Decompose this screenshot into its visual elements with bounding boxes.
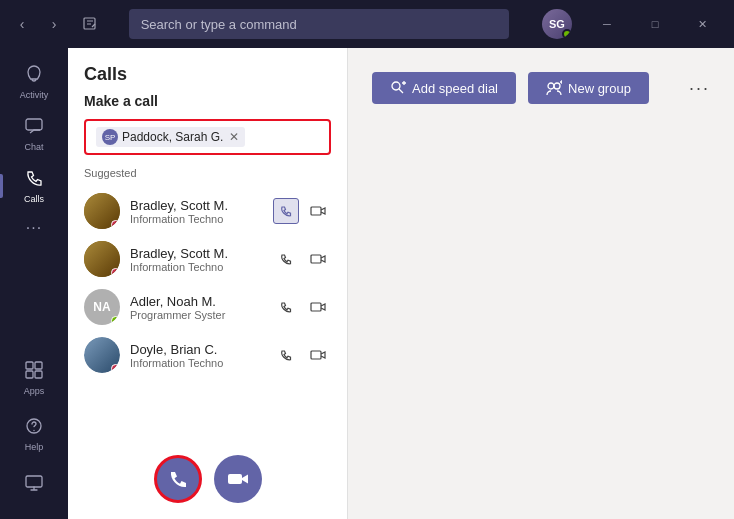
dial-video-button[interactable] bbox=[214, 455, 262, 503]
contact-status-dot bbox=[111, 316, 120, 325]
contact-name-noah: Adler, Noah M. bbox=[130, 294, 263, 309]
main-layout: Activity Chat Calls ··· bbox=[0, 48, 734, 519]
contact-item-doyle: Doyle, Brian C. Information Techno bbox=[84, 331, 331, 379]
device-icon bbox=[24, 472, 44, 495]
phone-call-button-scott2[interactable] bbox=[273, 246, 299, 272]
contact-item-scott1: Bradley, Scott M. Information Techno bbox=[84, 187, 331, 235]
maximize-button[interactable]: □ bbox=[632, 9, 678, 39]
chat-label: Chat bbox=[24, 142, 43, 152]
titlebar: ‹ › Search or type a command SG ─ □ ✕ bbox=[0, 0, 734, 48]
suggested-label: Suggested bbox=[84, 167, 331, 179]
avatar-area: SG bbox=[542, 9, 572, 39]
svg-rect-11 bbox=[311, 303, 321, 311]
contact-info-doyle: Doyle, Brian C. Information Techno bbox=[130, 342, 263, 369]
minimize-button[interactable]: ─ bbox=[584, 9, 630, 39]
svg-rect-13 bbox=[228, 474, 242, 484]
phone-call-button-scott1[interactable] bbox=[273, 198, 299, 224]
more-options-label: ··· bbox=[689, 78, 710, 99]
svg-point-7 bbox=[33, 430, 34, 431]
apps-icon bbox=[24, 360, 44, 383]
calls-icon bbox=[24, 168, 44, 191]
contact-name-doyle: Doyle, Brian C. bbox=[130, 342, 263, 357]
contact-role-doyle: Information Techno bbox=[130, 357, 263, 369]
apps-label: Apps bbox=[24, 386, 45, 396]
contact-role-scott2: Information Techno bbox=[130, 261, 263, 273]
video-call-button-noah[interactable] bbox=[305, 294, 331, 320]
sidebar-item-apps[interactable]: Apps bbox=[0, 352, 68, 404]
make-call-title: Make a call bbox=[84, 93, 331, 109]
contact-avatar-scott1 bbox=[84, 193, 120, 229]
close-button[interactable]: ✕ bbox=[680, 9, 726, 39]
svg-rect-5 bbox=[35, 371, 42, 378]
contact-info-scott1: Bradley, Scott M. Information Techno bbox=[130, 198, 263, 225]
tag-close-button[interactable]: ✕ bbox=[229, 130, 239, 144]
user-avatar[interactable]: SG bbox=[542, 9, 572, 39]
contact-info-scott2: Bradley, Scott M. Information Techno bbox=[130, 246, 263, 273]
contact-actions-scott2 bbox=[273, 246, 331, 272]
svg-rect-9 bbox=[311, 207, 321, 215]
contact-name-scott2: Bradley, Scott M. bbox=[130, 246, 263, 261]
tag-name: Paddock, Sarah G. bbox=[122, 130, 223, 144]
contact-info-noah: Adler, Noah M. Programmer Syster bbox=[130, 294, 263, 321]
svg-point-14 bbox=[392, 82, 400, 90]
video-call-button-scott2[interactable] bbox=[305, 246, 331, 272]
svg-rect-12 bbox=[311, 351, 321, 359]
call-input-tag: SP Paddock, Sarah G. ✕ bbox=[96, 127, 245, 147]
contact-item-noah: NA Adler, Noah M. Programmer Syster bbox=[84, 283, 331, 331]
more-icon: ··· bbox=[26, 220, 42, 236]
help-label: Help bbox=[25, 442, 44, 452]
back-button[interactable]: ‹ bbox=[8, 10, 36, 38]
contact-avatar-scott2 bbox=[84, 241, 120, 277]
calls-panel: Calls Make a call SP Paddock, Sarah G. ✕… bbox=[68, 48, 348, 519]
new-group-label: New group bbox=[568, 81, 631, 96]
window-controls: ─ □ ✕ bbox=[584, 9, 726, 39]
calls-panel-header: Calls bbox=[68, 48, 347, 93]
video-call-button-scott1[interactable] bbox=[305, 198, 331, 224]
add-speed-dial-button[interactable]: Add speed dial bbox=[372, 72, 516, 104]
sidebar-item-chat[interactable]: Chat bbox=[0, 108, 68, 160]
contact-role-scott1: Information Techno bbox=[130, 213, 263, 225]
more-options-button[interactable]: ··· bbox=[689, 72, 710, 104]
add-speed-dial-label: Add speed dial bbox=[412, 81, 498, 96]
tag-initials: SP bbox=[102, 129, 118, 145]
contact-status-dot bbox=[111, 268, 120, 277]
svg-rect-10 bbox=[311, 255, 321, 263]
titlebar-nav: ‹ › bbox=[8, 10, 68, 38]
svg-rect-4 bbox=[26, 371, 33, 378]
sidebar-item-activity[interactable]: Activity bbox=[0, 56, 68, 108]
call-input-box[interactable]: SP Paddock, Sarah G. ✕ bbox=[84, 119, 331, 155]
compose-button[interactable] bbox=[76, 10, 104, 38]
video-call-button-doyle[interactable] bbox=[305, 342, 331, 368]
avatar-status-dot bbox=[562, 29, 572, 39]
svg-rect-3 bbox=[35, 362, 42, 369]
suggested-section: Suggested Bradley, Scott M. Information … bbox=[68, 167, 347, 379]
svg-rect-8 bbox=[26, 476, 42, 487]
contact-name-scott1: Bradley, Scott M. bbox=[130, 198, 263, 213]
main-content: Add speed dial New group ··· bbox=[348, 48, 734, 519]
search-bar[interactable]: Search or type a command bbox=[129, 9, 509, 39]
sidebar-item-device[interactable] bbox=[0, 464, 68, 503]
calls-label: Calls bbox=[24, 194, 44, 204]
contact-actions-doyle bbox=[273, 342, 331, 368]
sidebar-item-calls[interactable]: Calls bbox=[0, 160, 68, 212]
sidebar-bottom: Apps Help bbox=[0, 352, 68, 511]
contact-actions-scott1 bbox=[273, 198, 331, 224]
make-call-section: Make a call SP Paddock, Sarah G. ✕ bbox=[68, 93, 347, 167]
forward-button[interactable]: › bbox=[40, 10, 68, 38]
new-group-button[interactable]: New group bbox=[528, 72, 649, 104]
sidebar-item-help[interactable]: Help bbox=[0, 408, 68, 460]
contact-role-noah: Programmer Syster bbox=[130, 309, 263, 321]
phone-call-button-noah[interactable] bbox=[273, 294, 299, 320]
phone-call-button-doyle[interactable] bbox=[273, 342, 299, 368]
activity-icon bbox=[24, 64, 44, 87]
contact-item-scott2: Bradley, Scott M. Information Techno bbox=[84, 235, 331, 283]
sidebar-item-more[interactable]: ··· bbox=[0, 212, 68, 244]
sidebar: Activity Chat Calls ··· bbox=[0, 48, 68, 519]
contact-avatar-noah: NA bbox=[84, 289, 120, 325]
svg-point-16 bbox=[554, 83, 560, 89]
dial-phone-button[interactable] bbox=[154, 455, 202, 503]
contact-actions-noah bbox=[273, 294, 331, 320]
contact-status-dot bbox=[111, 364, 120, 373]
help-icon bbox=[24, 416, 44, 439]
noah-initials: NA bbox=[93, 300, 110, 314]
